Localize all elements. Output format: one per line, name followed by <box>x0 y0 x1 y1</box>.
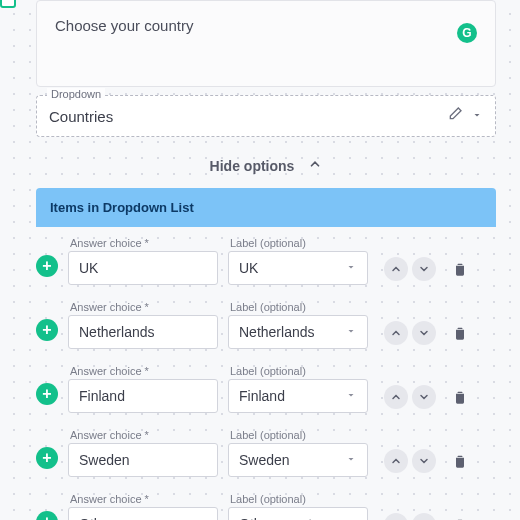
label-select-value: UK <box>239 260 258 276</box>
move-down-button[interactable] <box>412 257 436 281</box>
label-optional-label: Label (optional) <box>228 301 368 313</box>
label-field: Label (optional) Finland <box>228 365 368 413</box>
label-select[interactable]: Finland <box>228 379 368 413</box>
answer-choice-field: Answer choice * <box>68 365 218 413</box>
delete-item-button[interactable] <box>452 325 468 345</box>
move-up-button[interactable] <box>384 449 408 473</box>
label-select[interactable]: Sweden <box>228 443 368 477</box>
chevron-down-icon <box>345 452 357 468</box>
chevron-down-icon <box>345 260 357 276</box>
item-row: + Answer choice * Label (optional) UK <box>36 231 496 291</box>
reorder-controls <box>384 513 436 520</box>
add-item-button[interactable]: + <box>36 255 58 277</box>
reorder-controls <box>384 257 436 281</box>
add-item-button[interactable]: + <box>36 383 58 405</box>
move-down-button[interactable] <box>412 385 436 409</box>
move-down-button[interactable] <box>412 321 436 345</box>
edit-icon[interactable] <box>447 106 463 126</box>
answer-choice-input[interactable] <box>68 251 218 285</box>
reorder-controls <box>384 385 436 409</box>
chevron-down-icon <box>345 324 357 340</box>
label-select-value: Finland <box>239 388 285 404</box>
chevron-down-icon <box>345 388 357 404</box>
dropdown-name-value: Countries <box>49 108 439 125</box>
item-row: + Answer choice * Label (optional) Swede… <box>36 423 496 483</box>
label-select[interactable]: UK <box>228 251 368 285</box>
item-row: + Answer choice * Label (optional) Finla… <box>36 359 496 419</box>
answer-choice-field: Answer choice * <box>68 237 218 285</box>
label-select[interactable]: Other country <box>228 507 368 520</box>
reorder-controls <box>384 449 436 473</box>
label-optional-label: Label (optional) <box>228 365 368 377</box>
move-up-button[interactable] <box>384 385 408 409</box>
label-select[interactable]: Netherlands <box>228 315 368 349</box>
chevron-down-icon <box>345 516 357 520</box>
answer-choice-field: Answer choice * <box>68 301 218 349</box>
move-up-button[interactable] <box>384 513 408 520</box>
answer-choice-input[interactable] <box>68 443 218 477</box>
hide-options-label: Hide options <box>210 158 295 174</box>
dropdown-name-field: Dropdown Countries <box>36 95 496 137</box>
label-select-value: Netherlands <box>239 324 315 340</box>
form-builder-panel: Choose your country G Dropdown Countries… <box>36 0 496 520</box>
delete-item-button[interactable] <box>452 389 468 409</box>
label-optional-label: Label (optional) <box>228 493 368 505</box>
label-select-value: Sweden <box>239 452 290 468</box>
move-down-button[interactable] <box>412 449 436 473</box>
label-field: Label (optional) UK <box>228 237 368 285</box>
label-select-value: Other country <box>239 516 324 520</box>
items-list-header: Items in Dropdown List <box>36 188 496 227</box>
answer-choice-field: Answer choice * <box>68 493 218 520</box>
delete-item-button[interactable] <box>452 453 468 473</box>
answer-choice-input[interactable] <box>68 507 218 520</box>
answer-choice-label: Answer choice * <box>68 429 218 441</box>
hide-options-toggle[interactable]: Hide options <box>36 157 496 174</box>
selection-handle[interactable] <box>0 0 16 8</box>
add-item-button[interactable]: + <box>36 447 58 469</box>
label-optional-label: Label (optional) <box>228 237 368 249</box>
grammarly-icon[interactable]: G <box>457 23 477 43</box>
move-down-button[interactable] <box>412 513 436 520</box>
answer-choice-label: Answer choice * <box>68 237 218 249</box>
question-text: Choose your country <box>55 17 477 34</box>
add-item-button[interactable]: + <box>36 511 58 520</box>
answer-choice-label: Answer choice * <box>68 301 218 313</box>
answer-choice-input[interactable] <box>68 315 218 349</box>
chevron-down-icon[interactable] <box>471 107 483 125</box>
chevron-up-icon <box>308 157 322 174</box>
delete-item-button[interactable] <box>452 261 468 281</box>
reorder-controls <box>384 321 436 345</box>
answer-choice-label: Answer choice * <box>68 365 218 377</box>
add-item-button[interactable]: + <box>36 319 58 341</box>
item-row: + Answer choice * Label (optional) Nethe… <box>36 295 496 355</box>
answer-choice-field: Answer choice * <box>68 429 218 477</box>
answer-choice-label: Answer choice * <box>68 493 218 505</box>
question-preview-card: Choose your country G <box>36 0 496 87</box>
label-field: Label (optional) Netherlands <box>228 301 368 349</box>
dropdown-legend: Dropdown <box>47 88 105 100</box>
label-optional-label: Label (optional) <box>228 429 368 441</box>
move-up-button[interactable] <box>384 321 408 345</box>
items-list: + Answer choice * Label (optional) UK <box>36 231 496 520</box>
move-up-button[interactable] <box>384 257 408 281</box>
answer-choice-input[interactable] <box>68 379 218 413</box>
item-row: + Answer choice * Label (optional) Other… <box>36 487 496 520</box>
label-field: Label (optional) Sweden <box>228 429 368 477</box>
label-field: Label (optional) Other country <box>228 493 368 520</box>
